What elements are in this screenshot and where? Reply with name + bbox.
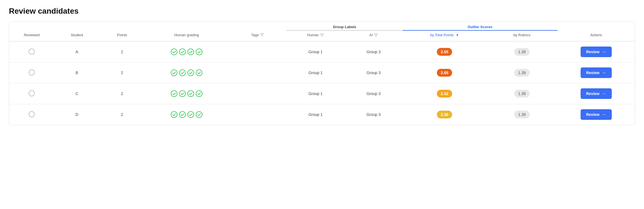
review-button[interactable]: Review → — [581, 47, 612, 57]
reviewed-radio[interactable] — [29, 48, 35, 55]
svg-point-13 — [179, 111, 185, 118]
candidates-table: Group Labels Outlier Scores Reviewed Stu… — [9, 21, 635, 125]
col-ai-label: AI — [345, 30, 403, 41]
tags-filter-icon[interactable] — [260, 33, 264, 37]
group-header-actions-empty — [558, 21, 635, 30]
table-body: A2 Group 1Group 32.651.39 Review → B2 — [9, 41, 635, 125]
tags-cell — [229, 41, 287, 62]
total-score-cell: 2.65 — [403, 62, 487, 83]
total-score-badge: 2.36 — [437, 111, 452, 118]
student-cell: D — [54, 104, 99, 125]
check-icon — [179, 90, 186, 97]
col-by-total-points[interactable]: by Total Points ▼ — [403, 30, 487, 41]
sort-arrow-icon: ▼ — [456, 33, 459, 37]
table-row: D2 Group 1Group 32.361.39 Review → — [9, 104, 635, 125]
human-label-cell: Group 1 — [286, 83, 345, 104]
col-reviewed: Reviewed — [9, 30, 54, 41]
rubric-score-cell: 1.39 — [486, 83, 557, 104]
svg-point-15 — [196, 111, 202, 118]
human-grading-cell — [145, 41, 229, 62]
total-score-cell: 2.42 — [403, 83, 487, 104]
svg-point-4 — [171, 70, 177, 76]
student-cell: C — [54, 83, 99, 104]
tags-cell — [229, 83, 287, 104]
check-icon — [195, 90, 203, 97]
total-score-badge: 2.65 — [437, 48, 452, 56]
svg-point-14 — [188, 111, 194, 118]
svg-point-6 — [188, 70, 194, 76]
check-icon — [187, 90, 194, 97]
ai-label-cell: Group 3 — [345, 104, 403, 125]
reviewed-radio[interactable] — [29, 90, 35, 96]
check-icon — [179, 111, 186, 118]
rubric-score-badge: 1.39 — [514, 48, 529, 56]
human-grading-cell — [145, 62, 229, 83]
svg-point-9 — [179, 91, 185, 97]
svg-point-11 — [196, 91, 202, 97]
review-arrow-icon: → — [602, 70, 606, 75]
group-header-empty — [9, 21, 286, 30]
review-button[interactable]: Review → — [581, 109, 612, 120]
col-actions: Actions — [558, 30, 635, 41]
student-cell: A — [54, 41, 99, 62]
human-grading-cell — [145, 83, 229, 104]
page-title: Review candidates — [9, 7, 635, 16]
table-row: B2 Group 1Group 32.651.39 Review → — [9, 62, 635, 83]
total-score-cell: 2.65 — [403, 41, 487, 62]
rubric-score-badge: 1.39 — [514, 111, 529, 118]
outlier-scores-header: Outlier Scores — [403, 21, 558, 30]
col-header-row: Reviewed Student Points Human grading Ta… — [9, 30, 635, 41]
check-icon — [195, 48, 203, 55]
svg-point-1 — [179, 49, 185, 55]
svg-point-0 — [171, 49, 177, 55]
reviewed-cell — [9, 41, 54, 62]
check-icon — [195, 111, 203, 118]
reviewed-radio[interactable] — [29, 69, 35, 76]
col-human-grading: Human grading — [145, 30, 229, 41]
review-arrow-icon: → — [602, 49, 606, 54]
review-button[interactable]: Review → — [581, 67, 612, 78]
check-icon — [195, 69, 203, 76]
tags-cell — [229, 62, 287, 83]
total-score-badge: 2.65 — [437, 69, 452, 77]
ai-filter-icon[interactable] — [374, 33, 378, 37]
svg-point-10 — [188, 91, 194, 97]
points-cell: 2 — [100, 62, 145, 83]
points-cell: 2 — [100, 83, 145, 104]
human-filter-icon[interactable] — [320, 33, 324, 37]
svg-point-3 — [196, 49, 202, 55]
rubric-score-badge: 1.39 — [514, 90, 529, 98]
svg-point-7 — [196, 70, 202, 76]
col-student: Student — [54, 30, 99, 41]
review-button[interactable]: Review → — [581, 88, 612, 99]
col-by-rubrics: by Rubrics — [486, 30, 557, 41]
rubric-score-cell: 1.39 — [486, 104, 557, 125]
check-icon — [187, 69, 194, 76]
review-arrow-icon: → — [602, 112, 606, 117]
svg-point-8 — [171, 91, 177, 97]
check-icon — [179, 69, 186, 76]
col-human-label: Human — [286, 30, 345, 41]
svg-point-5 — [179, 70, 185, 76]
check-icon — [187, 111, 194, 118]
reviewed-cell — [9, 104, 54, 125]
group-labels-header: Group Labels — [286, 21, 403, 30]
total-score-cell: 2.36 — [403, 104, 487, 125]
human-label-cell: Group 1 — [286, 104, 345, 125]
rubric-score-cell: 1.39 — [486, 62, 557, 83]
ai-label-cell: Group 3 — [345, 62, 403, 83]
col-points: Points — [100, 30, 145, 41]
svg-point-2 — [188, 49, 194, 55]
rubric-score-cell: 1.39 — [486, 41, 557, 62]
actions-cell: Review → — [558, 41, 635, 62]
human-grading-cell — [145, 104, 229, 125]
svg-point-12 — [171, 111, 177, 118]
ai-label-cell: Group 3 — [345, 83, 403, 104]
rubric-score-badge: 1.39 — [514, 69, 529, 77]
points-cell: 2 — [100, 41, 145, 62]
reviewed-radio[interactable] — [29, 111, 35, 117]
actions-cell: Review → — [558, 62, 635, 83]
table-row: C2 Group 1Group 32.421.39 Review → — [9, 83, 635, 104]
col-tags: Tags — [229, 30, 287, 41]
check-icon — [170, 69, 178, 76]
